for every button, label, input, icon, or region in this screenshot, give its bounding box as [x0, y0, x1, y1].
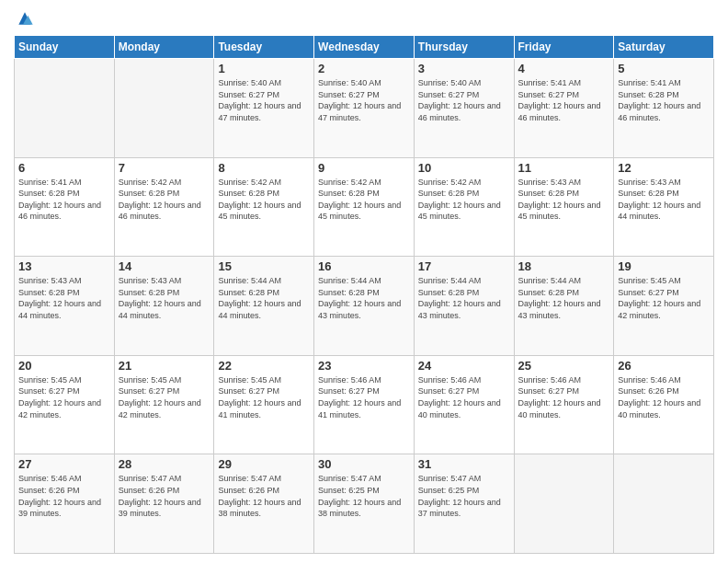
- logo: [14, 9, 34, 28]
- day-number: 5: [618, 62, 710, 75]
- calendar-cell: 12Sunrise: 5:43 AM Sunset: 6:28 PM Dayli…: [614, 157, 714, 257]
- day-info: Sunrise: 5:44 AM Sunset: 6:28 PM Dayligh…: [318, 275, 410, 321]
- calendar-cell: 17Sunrise: 5:44 AM Sunset: 6:28 PM Dayli…: [414, 257, 514, 356]
- calendar-cell: 5Sunrise: 5:41 AM Sunset: 6:28 PM Daylig…: [614, 59, 714, 158]
- day-number: 16: [318, 259, 410, 273]
- day-number: 8: [218, 161, 310, 175]
- calendar-cell: 14Sunrise: 5:43 AM Sunset: 6:28 PM Dayli…: [114, 257, 214, 356]
- day-number: 6: [18, 161, 110, 175]
- day-info: Sunrise: 5:43 AM Sunset: 6:28 PM Dayligh…: [119, 275, 210, 321]
- calendar-cell: 9Sunrise: 5:42 AM Sunset: 6:28 PM Daylig…: [314, 157, 415, 257]
- day-info: Sunrise: 5:47 AM Sunset: 6:25 PM Dayligh…: [318, 473, 410, 519]
- day-number: 29: [218, 457, 310, 471]
- calendar-cell: 21Sunrise: 5:45 AM Sunset: 6:27 PM Dayli…: [114, 355, 214, 454]
- weekday-header-sunday: Sunday: [15, 36, 115, 59]
- day-number: 26: [618, 359, 710, 373]
- day-info: Sunrise: 5:46 AM Sunset: 6:26 PM Dayligh…: [18, 473, 110, 519]
- day-info: Sunrise: 5:43 AM Sunset: 6:28 PM Dayligh…: [18, 275, 110, 321]
- calendar-cell: 22Sunrise: 5:45 AM Sunset: 6:27 PM Dayli…: [214, 355, 314, 454]
- day-info: Sunrise: 5:42 AM Sunset: 6:28 PM Dayligh…: [418, 177, 510, 223]
- day-info: Sunrise: 5:42 AM Sunset: 6:28 PM Dayligh…: [218, 177, 310, 223]
- calendar-cell: 24Sunrise: 5:46 AM Sunset: 6:27 PM Dayli…: [414, 355, 514, 454]
- calendar-cell: 15Sunrise: 5:44 AM Sunset: 6:28 PM Dayli…: [214, 257, 314, 356]
- day-info: Sunrise: 5:41 AM Sunset: 6:27 PM Dayligh…: [518, 77, 610, 123]
- calendar-cell: 20Sunrise: 5:45 AM Sunset: 6:27 PM Dayli…: [15, 355, 115, 454]
- day-info: Sunrise: 5:45 AM Sunset: 6:27 PM Dayligh…: [18, 374, 110, 420]
- weekday-header-wednesday: Wednesday: [314, 36, 415, 59]
- day-info: Sunrise: 5:43 AM Sunset: 6:28 PM Dayligh…: [518, 177, 610, 223]
- calendar-cell: 29Sunrise: 5:47 AM Sunset: 6:26 PM Dayli…: [214, 454, 314, 554]
- day-number: 2: [318, 62, 410, 75]
- day-number: 20: [18, 359, 110, 373]
- day-info: Sunrise: 5:40 AM Sunset: 6:27 PM Dayligh…: [318, 77, 410, 123]
- day-info: Sunrise: 5:43 AM Sunset: 6:28 PM Dayligh…: [618, 177, 710, 223]
- weekday-header-tuesday: Tuesday: [214, 36, 314, 59]
- calendar-cell: [614, 454, 714, 554]
- day-info: Sunrise: 5:45 AM Sunset: 6:27 PM Dayligh…: [119, 374, 210, 420]
- calendar-cell: 18Sunrise: 5:44 AM Sunset: 6:28 PM Dayli…: [514, 257, 614, 356]
- calendar-cell: 19Sunrise: 5:45 AM Sunset: 6:27 PM Dayli…: [614, 257, 714, 356]
- day-info: Sunrise: 5:42 AM Sunset: 6:28 PM Dayligh…: [318, 177, 410, 223]
- calendar-cell: [114, 59, 214, 158]
- day-number: 18: [518, 259, 610, 273]
- header: [14, 9, 714, 28]
- day-number: 31: [418, 457, 510, 471]
- day-number: 30: [318, 457, 410, 471]
- calendar-cell: 31Sunrise: 5:47 AM Sunset: 6:25 PM Dayli…: [414, 454, 514, 554]
- day-info: Sunrise: 5:44 AM Sunset: 6:28 PM Dayligh…: [418, 275, 510, 321]
- logo-icon: [16, 9, 34, 28]
- day-info: Sunrise: 5:40 AM Sunset: 6:27 PM Dayligh…: [418, 77, 510, 123]
- day-number: 4: [518, 62, 610, 75]
- day-info: Sunrise: 5:46 AM Sunset: 6:27 PM Dayligh…: [418, 374, 510, 420]
- day-info: Sunrise: 5:45 AM Sunset: 6:27 PM Dayligh…: [618, 275, 710, 321]
- day-number: 3: [418, 62, 510, 75]
- day-number: 22: [218, 359, 310, 373]
- weekday-header-row: SundayMondayTuesdayWednesdayThursdayFrid…: [15, 36, 714, 59]
- calendar-cell: 11Sunrise: 5:43 AM Sunset: 6:28 PM Dayli…: [514, 157, 614, 257]
- day-number: 21: [119, 359, 210, 373]
- day-info: Sunrise: 5:44 AM Sunset: 6:28 PM Dayligh…: [218, 275, 310, 321]
- day-number: 23: [318, 359, 410, 373]
- day-info: Sunrise: 5:45 AM Sunset: 6:27 PM Dayligh…: [218, 374, 310, 420]
- calendar-cell: 7Sunrise: 5:42 AM Sunset: 6:28 PM Daylig…: [114, 157, 214, 257]
- weekday-header-saturday: Saturday: [614, 36, 714, 59]
- calendar-cell: 1Sunrise: 5:40 AM Sunset: 6:27 PM Daylig…: [214, 59, 314, 158]
- day-info: Sunrise: 5:46 AM Sunset: 6:26 PM Dayligh…: [618, 374, 710, 420]
- day-number: 10: [418, 161, 510, 175]
- calendar-cell: 4Sunrise: 5:41 AM Sunset: 6:27 PM Daylig…: [514, 59, 614, 158]
- day-info: Sunrise: 5:47 AM Sunset: 6:25 PM Dayligh…: [418, 473, 510, 519]
- day-info: Sunrise: 5:47 AM Sunset: 6:26 PM Dayligh…: [218, 473, 310, 519]
- calendar-cell: 26Sunrise: 5:46 AM Sunset: 6:26 PM Dayli…: [614, 355, 714, 454]
- calendar: SundayMondayTuesdayWednesdayThursdayFrid…: [14, 35, 714, 554]
- day-info: Sunrise: 5:46 AM Sunset: 6:27 PM Dayligh…: [318, 374, 410, 420]
- calendar-cell: 6Sunrise: 5:41 AM Sunset: 6:28 PM Daylig…: [15, 157, 115, 257]
- day-number: 25: [518, 359, 610, 373]
- calendar-cell: 8Sunrise: 5:42 AM Sunset: 6:28 PM Daylig…: [214, 157, 314, 257]
- day-info: Sunrise: 5:44 AM Sunset: 6:28 PM Dayligh…: [518, 275, 610, 321]
- day-info: Sunrise: 5:41 AM Sunset: 6:28 PM Dayligh…: [18, 177, 110, 223]
- calendar-cell: 28Sunrise: 5:47 AM Sunset: 6:26 PM Dayli…: [114, 454, 214, 554]
- page: SundayMondayTuesdayWednesdayThursdayFrid…: [0, 0, 728, 563]
- calendar-cell: 10Sunrise: 5:42 AM Sunset: 6:28 PM Dayli…: [414, 157, 514, 257]
- calendar-week-row: 13Sunrise: 5:43 AM Sunset: 6:28 PM Dayli…: [15, 257, 714, 356]
- calendar-week-row: 1Sunrise: 5:40 AM Sunset: 6:27 PM Daylig…: [15, 59, 714, 158]
- day-number: 9: [318, 161, 410, 175]
- day-number: 13: [18, 259, 110, 273]
- calendar-cell: [514, 454, 614, 554]
- day-info: Sunrise: 5:40 AM Sunset: 6:27 PM Dayligh…: [218, 77, 310, 123]
- weekday-header-friday: Friday: [514, 36, 614, 59]
- day-number: 24: [418, 359, 510, 373]
- day-info: Sunrise: 5:41 AM Sunset: 6:28 PM Dayligh…: [618, 77, 710, 123]
- day-number: 14: [119, 259, 210, 273]
- weekday-header-thursday: Thursday: [414, 36, 514, 59]
- day-number: 11: [518, 161, 610, 175]
- day-number: 28: [119, 457, 210, 471]
- day-number: 7: [119, 161, 210, 175]
- calendar-cell: 13Sunrise: 5:43 AM Sunset: 6:28 PM Dayli…: [15, 257, 115, 356]
- day-number: 15: [218, 259, 310, 273]
- calendar-cell: 2Sunrise: 5:40 AM Sunset: 6:27 PM Daylig…: [314, 59, 415, 158]
- weekday-header-monday: Monday: [114, 36, 214, 59]
- calendar-week-row: 6Sunrise: 5:41 AM Sunset: 6:28 PM Daylig…: [15, 157, 714, 257]
- calendar-cell: 3Sunrise: 5:40 AM Sunset: 6:27 PM Daylig…: [414, 59, 514, 158]
- calendar-cell: 25Sunrise: 5:46 AM Sunset: 6:27 PM Dayli…: [514, 355, 614, 454]
